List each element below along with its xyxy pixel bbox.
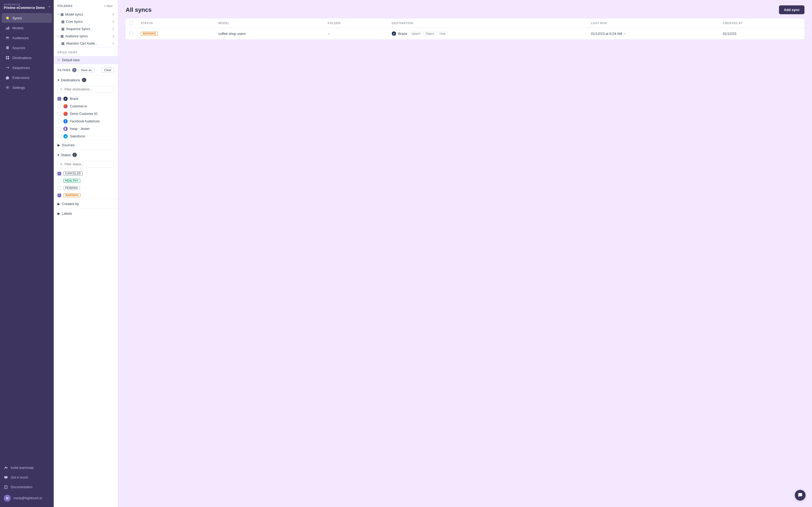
folder-count: 0	[112, 42, 114, 45]
canceled-checkbox[interactable]	[57, 172, 61, 175]
filter-option-braze[interactable]: B Braze	[54, 95, 118, 103]
sidebar-item-sequences[interactable]: Sequences	[2, 63, 52, 72]
add-sync-button[interactable]: Add sync	[779, 5, 805, 14]
filter-option-customerio[interactable]: Customer.io	[54, 103, 118, 110]
search-icon	[60, 163, 63, 166]
warning-checkbox[interactable]	[57, 193, 61, 197]
sidebar-item-sources[interactable]: Sources	[2, 43, 52, 53]
last-run-cell: 01/12/23 at 9:24 AM ↗	[587, 28, 719, 40]
braze-checkbox[interactable]	[57, 97, 61, 101]
customerio-checkbox[interactable]	[57, 104, 61, 108]
option-label: Heap - Jesien	[70, 127, 90, 131]
created-at-cell: 01/12/23	[719, 28, 805, 40]
healthy-checkbox[interactable]	[57, 179, 61, 183]
healthy-badge: HEALTHY	[63, 179, 80, 183]
folder-model-syncs[interactable]: ▾ ▦ Model syncs 8	[54, 11, 118, 18]
save-as-button[interactable]: Save as	[78, 67, 95, 73]
customerio-logo	[63, 104, 68, 108]
sidebar-item-syncs[interactable]: Syncs	[2, 13, 52, 23]
filter-option-salesforce[interactable]: ☁ Salesforce	[54, 132, 118, 140]
user-profile[interactable]: M maria@hightouch.io	[0, 492, 54, 504]
external-link-icon[interactable]: ↗	[623, 32, 626, 36]
folder-count: 0	[112, 20, 114, 23]
sidebar-item-label: Destinations	[12, 56, 32, 60]
folder-abandon-cart[interactable]: ▦ Abandon Cart Audie... 0	[54, 40, 118, 47]
sidebar-item-label: Settings	[12, 86, 25, 90]
chevron-right-icon: ▶	[57, 212, 60, 216]
invite-teammate-button[interactable]: Invite teammate	[0, 463, 54, 473]
section-label: Status	[61, 153, 71, 157]
salesforce-logo: ☁	[63, 134, 68, 138]
syncs-table-container: STATUS MODEL FOLDER DESTINATION LAST RUN…	[118, 18, 812, 507]
main-navigation: Syncs Models Audiences Sources	[0, 13, 54, 93]
touch-label: Get in touch	[11, 475, 28, 480]
sidebar-item-label: Syncs	[12, 16, 22, 20]
folder-sequence-syncs[interactable]: ▦ Sequence Syncs 2	[54, 25, 118, 33]
filter-option-facebook[interactable]: f Facebook Audiences	[54, 118, 118, 125]
select-all-checkbox[interactable]	[129, 21, 133, 25]
folder-name: Abandon Cart Audie...	[66, 42, 98, 45]
filter-count-badge: 2	[72, 68, 76, 72]
status-filter-header[interactable]: ▾ Status 2	[54, 150, 118, 160]
sequences-icon	[5, 65, 10, 70]
section-label: Labels	[62, 212, 72, 216]
sources-filter-header[interactable]: ▶ Sources	[54, 140, 118, 150]
documentation-button[interactable]: Documentation	[0, 482, 54, 492]
chevron-right-icon: ▶	[57, 202, 60, 206]
expand-icon: ▾	[57, 13, 59, 16]
section-label: Sources	[62, 143, 75, 147]
left-navigation: WORKSPACE Pristine eCommerce Demo ▾ Sync…	[0, 0, 54, 507]
destinations-filter-input[interactable]	[64, 88, 112, 91]
svg-rect-10	[6, 58, 7, 59]
chevron-down-icon: ▾	[57, 153, 59, 157]
chevron-down-icon: ▾	[57, 78, 59, 82]
labels-filter-header[interactable]: ▶ Labels	[54, 209, 118, 218]
destinations-icon	[5, 56, 10, 60]
sidebar-item-audiences[interactable]: Audiences	[2, 33, 52, 43]
filter-option-heap[interactable]: ▊ Heap - Jesien	[54, 125, 118, 132]
filter-option-warning[interactable]: WARNING	[54, 192, 118, 199]
canceled-badge: CANCELED	[63, 171, 83, 175]
option-label: Customer.io	[70, 104, 87, 108]
sidebar-item-destinations[interactable]: Destinations	[2, 53, 52, 62]
col-created-at: CREATED AT	[719, 18, 805, 28]
destinations-filter-header[interactable]: ▾ Destinations 1	[54, 75, 118, 85]
demo-customerio-logo	[63, 112, 68, 116]
expand-icon: ▾	[57, 35, 59, 38]
sidebar-item-models[interactable]: Models	[2, 23, 52, 33]
row-checkbox[interactable]	[129, 32, 133, 36]
salesforce-checkbox[interactable]	[57, 134, 61, 138]
filter-option-pending[interactable]: PENDING	[54, 184, 118, 192]
audiences-icon	[5, 36, 10, 40]
get-in-touch-button[interactable]: Get in touch	[0, 473, 54, 482]
destination-cell: B Braze Upsert Object User	[392, 31, 584, 36]
dest-tags: Upsert Object User	[410, 31, 448, 36]
sidebar-item-label: Models	[12, 26, 23, 30]
workspace-label: WORKSPACE	[4, 3, 47, 6]
pending-checkbox[interactable]	[57, 186, 61, 190]
saved-view-default[interactable]: ▽ Default view	[54, 56, 118, 64]
new-folder-button[interactable]: + New	[103, 4, 114, 8]
user-email: maria@hightouch.io	[13, 496, 42, 500]
warning-badge: WARNING	[63, 193, 80, 197]
folder-cell: --	[324, 28, 388, 40]
sidebar-item-extensions[interactable]: Extensions	[2, 73, 52, 82]
heap-checkbox[interactable]	[57, 127, 61, 131]
workspace-selector[interactable]: WORKSPACE Pristine eCommerce Demo ▾	[0, 0, 54, 13]
chat-support-button[interactable]	[795, 490, 806, 501]
sidebar-item-settings[interactable]: Settings	[2, 83, 52, 92]
folder-audience-syncs[interactable]: ▾ ▦ Audience syncs 2	[54, 33, 118, 40]
filter-option-canceled[interactable]: CANCELED	[54, 170, 118, 177]
created-by-filter-header[interactable]: ▶ Created by	[54, 199, 118, 209]
search-icon	[60, 88, 63, 91]
filter-option-demo-customerio[interactable]: Demo Customer IO	[54, 110, 118, 118]
folder-core-syncs[interactable]: ▦ Core Syncs 0	[54, 18, 118, 25]
section-count: 1	[82, 78, 86, 82]
settings-icon	[5, 86, 10, 90]
filter-option-healthy[interactable]: HEALTHY	[54, 177, 118, 184]
destinations-filter-section: ▾ Destinations 1 B Braze Customer.io Dem…	[54, 75, 118, 140]
demo-customerio-checkbox[interactable]	[57, 112, 61, 116]
status-filter-input[interactable]	[64, 162, 112, 166]
clear-filters-button[interactable]: Clear	[101, 67, 114, 73]
facebook-checkbox[interactable]	[57, 119, 61, 123]
